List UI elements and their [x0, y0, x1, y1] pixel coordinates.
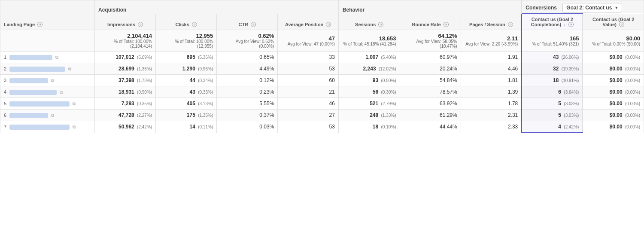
- row-clicks-1: 695 (5.36%): [156, 52, 217, 63]
- row-pages-session-4: 1.39: [461, 86, 522, 98]
- row-impressions-2: 28,699 (1.36%): [95, 63, 156, 75]
- row-contact-value-7: $0.00 (0.00%): [583, 121, 644, 133]
- blurred-url-2: [9, 67, 65, 72]
- row-impressions-7: 50,962 (2.42%): [95, 121, 156, 133]
- row-clicks-6: 175 (1.35%): [156, 110, 217, 121]
- impressions-header: Impressions ?: [95, 14, 156, 30]
- pages-session-header: Pages / Session ?: [461, 14, 522, 30]
- impressions-help-icon[interactable]: ?: [138, 22, 143, 27]
- row-landing-page-5: 5. ⧉: [0, 98, 95, 110]
- row-avg-position-3: 60: [278, 75, 339, 86]
- behavior-group-header: Behavior: [339, 0, 522, 14]
- row-avg-position-1: 33: [278, 52, 339, 63]
- row-contact-value-5: $0.00 (0.00%): [583, 98, 644, 110]
- acquisition-group-header: Acquisition: [95, 0, 339, 14]
- row-contact-completions-3: 18 (10.91%): [522, 75, 583, 86]
- table-row: 3. ⧉ 37,398 (1.78%) 44 (0.34%) 0.12% 60 …: [0, 75, 644, 86]
- table-row: 7. ⧉ 50,962 (2.42%) 14 (0.11%) 0.03% 53 …: [0, 121, 644, 133]
- ctr-help-icon[interactable]: ?: [251, 22, 256, 27]
- blurred-url-4: [9, 90, 57, 95]
- table-row: 4. ⧉ 18,931 (0.90%) 43 (0.33%) 0.23% 21 …: [0, 86, 644, 98]
- avg-position-header: Average Position ?: [278, 14, 339, 30]
- row-ctr-7: 0.03%: [217, 121, 278, 133]
- column-header-row: Impressions ? Clicks ? CTR ? Average Pos…: [0, 14, 644, 30]
- table-row: 5. ⧉ 7,293 (0.35%) 405 (3.13%) 5.55% 46 …: [0, 98, 644, 110]
- sessions-help-icon[interactable]: ?: [378, 22, 383, 27]
- row-contact-value-1: $0.00 (0.00%): [583, 52, 644, 63]
- copy-icon-7[interactable]: ⧉: [73, 125, 76, 129]
- blurred-url-1: [9, 55, 52, 60]
- copy-icon-6[interactable]: ⧉: [51, 113, 54, 118]
- row-sessions-1: 1,007 (5.40%): [339, 52, 400, 63]
- row-contact-value-6: $0.00 (0.00%): [583, 110, 644, 121]
- totals-pages-session: 2.11 Avg for View: 2.20 (-3.99%): [461, 30, 522, 52]
- contact-completions-help-icon[interactable]: ?: [568, 22, 574, 27]
- totals-bounce-rate: 64.12% Avg for View: 58.05% (10.47%): [400, 30, 461, 52]
- row-clicks-7: 14 (0.11%): [156, 121, 217, 133]
- row-clicks-4: 43 (0.33%): [156, 86, 217, 98]
- landing-page-help-icon[interactable]: ?: [37, 22, 43, 27]
- contact-value-help-icon[interactable]: ?: [619, 22, 624, 27]
- avg-position-help-icon[interactable]: ?: [326, 22, 331, 27]
- bounce-rate-help-icon[interactable]: ?: [444, 22, 449, 27]
- conversions-group-header: Conversions Goal 2: Contact us ▼: [522, 0, 644, 14]
- row-ctr-3: 0.12%: [217, 75, 278, 86]
- row-pages-session-3: 1.81: [461, 75, 522, 86]
- row-contact-value-3: $0.00 (0.00%): [583, 75, 644, 86]
- blurred-url-5: [9, 101, 70, 107]
- analytics-table: Landing Page ? Acquisition Behavior: [0, 0, 644, 133]
- row-bounce-rate-1: 60.97%: [400, 52, 461, 63]
- table-row: 1. ⧉ 107,012 (5.09%) 695 (5.36%) 0.65% 3…: [0, 52, 644, 63]
- row-landing-page-6: 6. ⧉: [0, 110, 95, 121]
- row-ctr-2: 4.49%: [217, 63, 278, 75]
- arrow-annotation: [532, 0, 601, 1]
- row-impressions-4: 18,931 (0.90%): [95, 86, 156, 98]
- totals-sessions: 18,653 % of Total: 45.18% (41,284): [339, 30, 400, 52]
- table-row: 6. ⧉ 47,728 (2.27%) 175 (1.35%) 0.37% 27…: [0, 110, 644, 121]
- row-impressions-6: 47,728 (2.27%): [95, 110, 156, 121]
- copy-icon-4[interactable]: ⧉: [60, 90, 63, 95]
- row-sessions-6: 248 (1.33%): [339, 110, 400, 121]
- bounce-rate-header: Bounce Rate ?: [400, 14, 461, 30]
- row-sessions-7: 18 (0.10%): [339, 121, 400, 133]
- row-ctr-6: 0.37%: [217, 110, 278, 121]
- table-row: 2. ⧉ 28,699 (1.36%) 1,290 (9.96%) 4.49% …: [0, 63, 644, 75]
- row-landing-page-3: 3. ⧉: [0, 75, 95, 86]
- row-avg-position-5: 46: [278, 98, 339, 110]
- row-contact-completions-5: 5 (3.03%): [522, 98, 583, 110]
- copy-icon-3[interactable]: ⧉: [51, 78, 54, 83]
- row-bounce-rate-2: 20.24%: [400, 63, 461, 75]
- totals-ctr: 0.62% Avg for View: 0.62% (0.00%): [217, 30, 278, 52]
- row-landing-page-1: 1. ⧉: [0, 52, 95, 63]
- clicks-help-icon[interactable]: ?: [192, 22, 197, 27]
- totals-contact-value: $0.00 % of Total: 0.00% ($0.00): [583, 30, 644, 52]
- row-contact-completions-4: 6 (3.64%): [522, 86, 583, 98]
- copy-icon-1[interactable]: ⧉: [55, 55, 58, 60]
- totals-contact-completions: 165 % of Total: 51.40% (321): [522, 30, 583, 52]
- landing-page-header: Landing Page ?: [0, 0, 95, 30]
- row-bounce-rate-7: 44.44%: [400, 121, 461, 133]
- row-sessions-4: 56 (0.30%): [339, 86, 400, 98]
- goal-dropdown[interactable]: Goal 2: Contact us ▼: [562, 3, 622, 12]
- row-contact-completions-1: 43 (26.06%): [522, 52, 583, 63]
- row-pages-session-1: 1.91: [461, 52, 522, 63]
- totals-label-cell: [0, 30, 95, 52]
- row-impressions-3: 37,398 (1.78%): [95, 75, 156, 86]
- chevron-down-icon: ▼: [614, 6, 618, 10]
- row-avg-position-6: 27: [278, 110, 339, 121]
- sort-arrow-icon: ↓: [563, 22, 566, 27]
- row-sessions-3: 93 (0.50%): [339, 75, 400, 86]
- copy-icon-2[interactable]: ⧉: [68, 67, 71, 71]
- row-clicks-3: 44 (0.34%): [156, 75, 217, 86]
- row-pages-session-7: 2.33: [461, 121, 522, 133]
- row-pages-session-5: 1.78: [461, 98, 522, 110]
- row-bounce-rate-5: 63.92%: [400, 98, 461, 110]
- row-contact-value-4: $0.00 (0.00%): [583, 86, 644, 98]
- sessions-header: Sessions ?: [339, 14, 400, 30]
- row-contact-completions-6: 5 (3.03%): [522, 110, 583, 121]
- row-pages-session-2: 4.46: [461, 63, 522, 75]
- copy-icon-5[interactable]: ⧉: [73, 101, 76, 106]
- clicks-header: Clicks ?: [156, 14, 217, 30]
- pages-session-help-icon[interactable]: ?: [508, 22, 513, 27]
- row-clicks-5: 405 (3.13%): [156, 98, 217, 110]
